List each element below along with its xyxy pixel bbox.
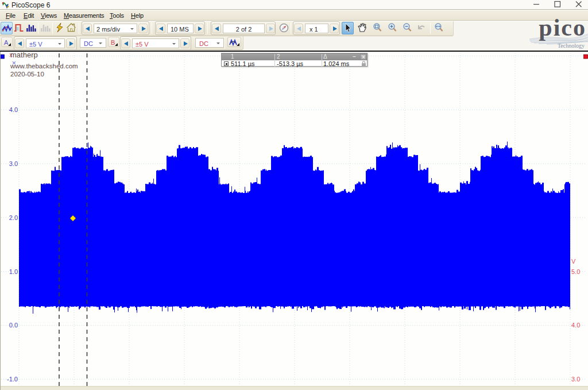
svg-text:www.thebackshed.com: www.thebackshed.com (10, 63, 78, 69)
svg-text:2.0: 2.0 (9, 214, 18, 221)
svg-text:0.0: 0.0 (9, 322, 18, 329)
svg-text:3.0: 3.0 (571, 376, 580, 383)
svg-text:-1.0: -1.0 (7, 376, 18, 383)
svg-text:3.0: 3.0 (9, 160, 18, 167)
svg-text:2020-05-10: 2020-05-10 (10, 71, 44, 78)
svg-text:4.0: 4.0 (9, 106, 18, 113)
svg-text:matherp: matherp (10, 52, 38, 59)
svg-text:5.0: 5.0 (571, 268, 580, 275)
svg-text:1.0: 1.0 (9, 268, 18, 275)
svg-text:4.0: 4.0 (571, 322, 580, 329)
svg-text:V: V (571, 258, 576, 265)
